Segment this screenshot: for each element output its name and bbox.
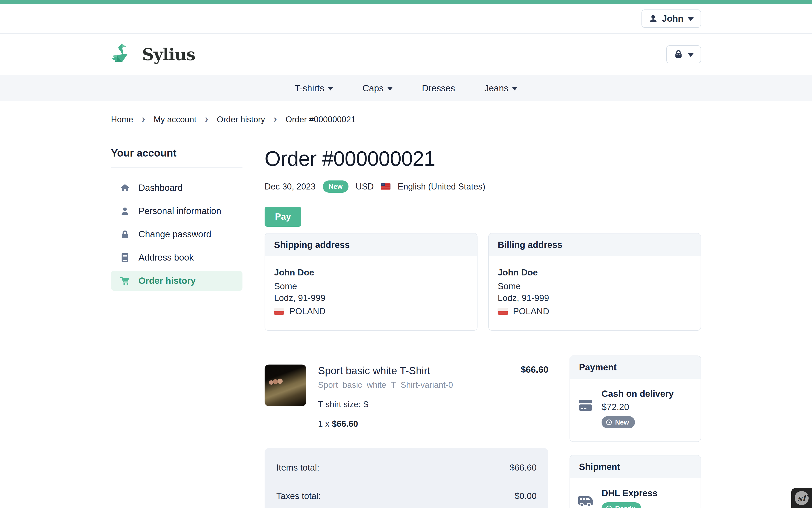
breadcrumb-separator: › — [273, 113, 277, 125]
sidebar-item-address-book[interactable]: Address book — [111, 248, 243, 267]
nav-item-dresses[interactable]: Dresses — [422, 83, 455, 93]
billing-address-card: Billing address John Doe Some Lodz, 91-9… — [488, 233, 701, 331]
shipment-title: Shipment — [570, 456, 700, 478]
product-option: T-shirt size: S — [318, 400, 509, 409]
totals-label: Taxes total: — [276, 491, 321, 501]
sidebar-item-order-history[interactable]: Order history — [111, 271, 243, 291]
product-code: Sport_basic_white_T_Shirt-variant-0 — [318, 380, 509, 390]
product-thumbnail[interactable] — [265, 365, 306, 406]
chevron-down-icon — [687, 17, 694, 21]
person-icon — [649, 14, 658, 23]
chevron-down-icon — [387, 87, 393, 90]
symfony-toolbar-button[interactable]: sf — [791, 488, 812, 508]
sidebar-item-change-password[interactable]: Change password — [111, 224, 243, 244]
order-meta: Dec 30, 2023 New USD English (United Sta… — [265, 180, 701, 193]
payment-card: Payment Cash on delivery $72.20 — [569, 355, 701, 442]
breadcrumb-order-history[interactable]: Order history — [217, 115, 265, 124]
breadcrumb-current: Order #000000021 — [286, 115, 356, 124]
billing-city: Lodz, 91-999 — [498, 292, 692, 304]
nav-item-caps[interactable]: Caps — [362, 83, 392, 93]
shipping-country: POLAND — [289, 305, 326, 317]
product-quantity: 1 x — [318, 419, 330, 429]
payment-state-badge: New — [602, 416, 635, 428]
person-icon — [120, 207, 130, 216]
delivery-truck-icon — [578, 488, 593, 508]
sylius-swan-icon — [111, 43, 136, 66]
home-icon — [120, 183, 130, 193]
pay-button[interactable]: Pay — [265, 207, 301, 227]
order-date: Dec 30, 2023 — [265, 182, 315, 192]
order-currency: USD — [356, 182, 374, 192]
order-locale: English (United States) — [398, 182, 485, 192]
user-menu-label: John — [662, 13, 683, 24]
totals-label: Items total: — [276, 463, 319, 473]
lock-icon — [120, 230, 130, 239]
topbar: John — [0, 4, 812, 34]
shipping-city: Lodz, 91-999 — [274, 292, 468, 304]
payment-title: Payment — [570, 356, 700, 379]
brand-wordmark: Sylius — [142, 45, 195, 64]
page-title: Order #000000021 — [265, 147, 701, 171]
billing-address-title: Billing address — [489, 234, 701, 256]
cart-menu-button[interactable] — [666, 45, 701, 64]
sidebar-item-personal-information[interactable]: Personal information — [111, 201, 243, 221]
product-name[interactable]: Sport basic white T-Shirt — [318, 365, 509, 377]
totals-row-taxes: Taxes total: $0.00 — [275, 482, 538, 508]
address-book-icon — [120, 253, 130, 262]
brand-logo[interactable]: Sylius — [111, 43, 195, 66]
breadcrumb-separator: › — [205, 113, 208, 125]
totals-value: $66.60 — [510, 463, 537, 473]
billing-country: POLAND — [513, 305, 549, 317]
breadcrumb-separator: › — [142, 113, 145, 125]
shipment-method: DHL Express — [602, 488, 657, 498]
order-item-row: Sport basic white T-Shirt Sport_basic_wh… — [265, 355, 548, 429]
site-header: Sylius — [0, 34, 812, 75]
chevron-down-icon — [512, 87, 517, 90]
cart-icon — [120, 276, 130, 286]
account-sidebar: Your account Dashboard Personal informat… — [111, 147, 243, 294]
user-menu-button[interactable]: John — [641, 9, 701, 28]
nav-item-label: Jeans — [484, 83, 508, 93]
billing-name: John Doe — [498, 267, 692, 278]
sidebar-item-label: Order history — [138, 276, 196, 286]
clock-icon — [606, 419, 612, 426]
us-flag-icon — [381, 183, 390, 190]
poland-flag-icon — [274, 308, 284, 315]
nav-item-label: Caps — [362, 83, 383, 93]
shipment-state-badge: Ready — [602, 502, 641, 508]
shipping-street: Some — [274, 281, 468, 292]
shipment-state-label: Ready — [615, 505, 635, 508]
order-totals: Items total: $66.60 Taxes total: $0.00 D… — [265, 448, 548, 508]
breadcrumb-home[interactable]: Home — [111, 115, 133, 124]
breadcrumb-my-account[interactable]: My account — [154, 115, 196, 124]
payment-amount: $72.20 — [602, 402, 674, 412]
symfony-logo-icon: sf — [795, 491, 809, 505]
clock-icon — [606, 505, 612, 508]
order-main: Order #000000021 Dec 30, 2023 New USD En… — [265, 147, 701, 508]
sidebar-item-label: Personal information — [138, 206, 221, 216]
shipping-address-card: Shipping address John Doe Some Lodz, 91-… — [265, 233, 477, 331]
billing-street: Some — [498, 281, 692, 292]
totals-row-items: Items total: $66.60 — [275, 454, 538, 482]
order-state-badge: New — [323, 180, 348, 193]
shipment-card: Shipment DHL Express — [569, 455, 701, 508]
order-items: Sport basic white T-Shirt Sport_basic_wh… — [265, 355, 548, 508]
chevron-down-icon — [687, 53, 694, 57]
credit-card-icon — [578, 389, 593, 428]
chevron-down-icon — [328, 87, 333, 90]
nav-item-label: T-shirts — [295, 83, 324, 93]
top-accent-strip — [0, 0, 812, 4]
payment-method: Cash on delivery — [602, 389, 674, 399]
shipping-address-title: Shipping address — [265, 234, 477, 256]
nav-item-tshirts[interactable]: T-shirts — [295, 83, 333, 93]
sidebar-item-label: Dashboard — [138, 183, 183, 193]
shipping-name: John Doe — [274, 267, 468, 278]
sidebar-item-label: Change password — [138, 229, 211, 239]
nav-item-jeans[interactable]: Jeans — [484, 83, 517, 93]
sidebar-item-dashboard[interactable]: Dashboard — [111, 178, 243, 198]
product-unit-price: $66.60 — [332, 419, 358, 429]
breadcrumb: Home › My account › Order history › Orde… — [111, 114, 701, 125]
product-subtotal: $66.60 — [521, 365, 548, 429]
sidebar-item-label: Address book — [138, 252, 194, 263]
sidebar-title: Your account — [111, 147, 243, 168]
